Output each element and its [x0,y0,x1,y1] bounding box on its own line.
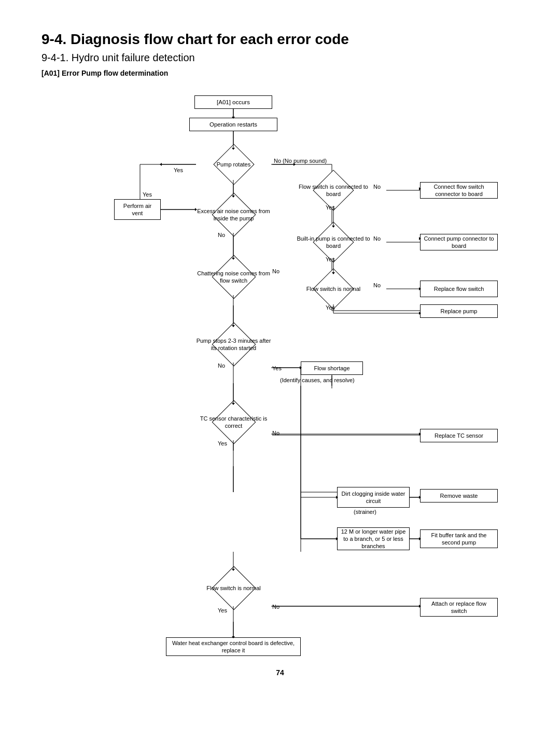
flowchart: [A01] occurs Operation restarts Pump rot… [57,88,503,658]
perform-air-vent-box: Perform air vent [114,199,161,220]
pump-stops-diamond: Pump stops 2-3 minutes after its rotatio… [196,326,271,362]
no-chattering-label: No [272,268,279,274]
no-fs-normal2-label: No [272,604,279,610]
yes-fs-normal1-label: Yes [326,304,335,311]
a01-occurs-box: [A01] occurs [194,95,272,109]
no-excess-label: No [218,232,225,238]
yes-pump-stops-label: Yes [272,365,282,371]
operation-restarts-box: Operation restarts [189,118,277,131]
page-title: 9-4. Diagnosis flow chart for each error… [41,31,519,48]
flow-switch-normal2-diamond: Flow switch is normal [196,570,271,606]
flow-switch-normal1-diamond: Flow switch is normal [295,273,372,304]
subtitle: 9-4-1. Hydro unit failure detection [41,52,519,64]
tc-sensor-diamond: TC sensor characteristic is correct [196,404,271,440]
water-heat-box: Water heat exchanger control board is de… [166,637,301,656]
replace-flow-switch-box: Replace flow switch [420,281,498,297]
connect-flow-switch-box: Connect flow switch connector to board [420,182,498,199]
section-label: [A01] Error Pump flow determination [41,69,519,77]
yes-fs-connected-label: Yes [326,204,335,211]
builtin-pump-diamond: Built-in pump is connected to board [295,227,372,258]
yes-tc-label: Yes [218,440,227,446]
replace-tc-box: Replace TC sensor [420,429,498,442]
dirt-clogging-box: Dirt clogging inside water circuit [337,487,410,508]
remove-waste-box: Remove waste [420,489,498,502]
chattering-noise-diamond: Chattering noise comes from flow switch [196,259,271,295]
excess-air-noise-diamond: Excess air noise comes from inside the p… [196,197,271,233]
yes-fs-normal2-label: Yes [218,607,227,613]
svg-marker-40 [160,163,162,166]
page-number: 74 [41,668,519,677]
yes-air-vent-label: Yes [143,191,152,198]
pump-rotates-diamond: Pump rotates [196,149,271,180]
connect-pump-box: Connect pump connector to board [420,234,498,250]
no-builtin-label: No [373,235,381,242]
replace-pump-box: Replace pump [420,304,498,318]
no-fs-connected-label: No [373,184,381,190]
no-pump-sound-label: No (No pump sound) [274,158,327,164]
yes-pump-label: Yes [174,167,183,173]
attach-replace-box: Attach or replace flow switch [420,598,498,617]
flow-shortage-box: Flow shortage [301,361,363,375]
connector-lines [57,88,503,658]
identify-causes-label: (Identify causes, and resolve) [280,377,355,383]
flow-switch-connected-diamond: Flow switch is connected to board [295,175,372,206]
no-pump-stops-label: No [218,362,225,369]
fit-buffer-box: Fit buffer tank and the second pump [420,529,498,548]
yes-builtin-label: Yes [326,256,335,262]
strainer-label: (strainer) [354,509,376,515]
no-fs-normal1-label: No [373,282,381,288]
pipe-12m-box: 12 M or longer water pipe to a branch, o… [337,527,410,550]
no-tc-label: No [272,430,279,436]
extra-lines [57,88,503,658]
